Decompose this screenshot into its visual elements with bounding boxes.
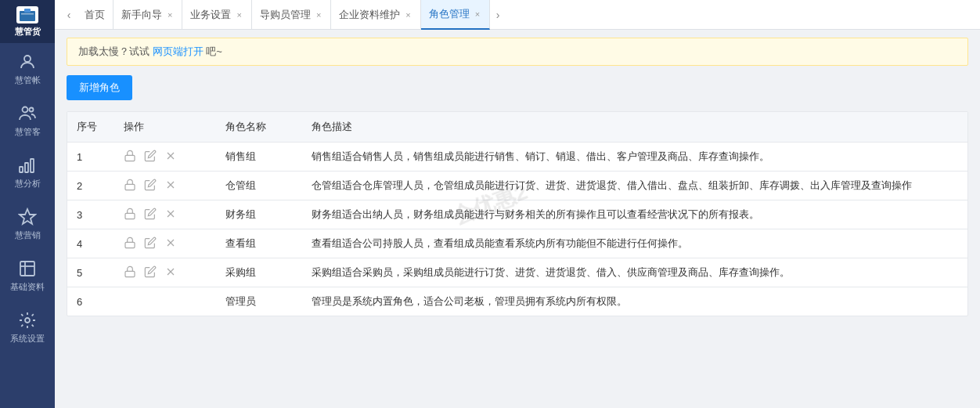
sidebar-item-label: 慧管客 — [15, 126, 41, 138]
sidebar-item-jichu[interactable]: 基础资料 — [0, 250, 55, 301]
svg-rect-10 — [20, 262, 34, 276]
table-header-row: 序号 操作 角色名称 角色描述 — [67, 112, 967, 143]
cell-role-name: 仓管组 — [216, 172, 302, 200]
cell-role-desc: 财务组适合出纳人员，财务组成员能进行与财务相关的所有操作且可以查看经营状况下的所… — [302, 200, 967, 229]
svg-rect-26 — [125, 271, 135, 276]
cell-role-name: 采购组 — [216, 258, 302, 287]
sidebar-item-huiguanzhang[interactable]: 慧管帐 — [0, 43, 55, 95]
cell-action — [114, 200, 216, 229]
lock-icon[interactable] — [124, 265, 136, 280]
sidebar-item-huiguanke[interactable]: 慧管客 — [0, 95, 55, 146]
lock-icon[interactable] — [124, 208, 136, 222]
cell-role-desc: 销售组适合销售人员，销售组成员能进行销售、销订、销退、借出、客户管理及商品、库存… — [302, 143, 967, 172]
cell-action — [114, 229, 216, 258]
col-header-desc: 角色描述 — [302, 112, 967, 143]
cell-seq: 4 — [67, 229, 114, 258]
svg-rect-23 — [125, 242, 135, 247]
col-header-name: 角色名称 — [216, 112, 302, 143]
table-row: 3财务组财务组适合出纳人员，财务组成员能进行与财务相关的所有操作且可以查看经营状… — [67, 200, 967, 229]
edit-icon[interactable] — [144, 179, 157, 193]
tab-close-enterprise[interactable]: × — [404, 9, 412, 20]
cell-role-name: 管理员 — [216, 287, 302, 316]
tab-close-buyer[interactable]: × — [315, 9, 322, 20]
tab-close-business[interactable]: × — [235, 9, 243, 20]
col-header-action: 操作 — [114, 112, 216, 143]
cell-action — [114, 172, 216, 200]
cell-role-name: 查看组 — [216, 229, 302, 258]
cell-action — [114, 258, 216, 287]
sidebar-item-label: 基础资料 — [10, 281, 45, 293]
cell-role-desc: 管理员是系统内置角色，适合公司老板，管理员拥有系统内所有权限。 — [302, 287, 967, 316]
delete-icon[interactable] — [164, 150, 177, 164]
cell-role-desc: 仓管组适合仓库管理人员，仓管组成员能进行订货、进货、进货退货、借入借出、盘点、组… — [302, 172, 967, 200]
delete-icon[interactable] — [164, 265, 177, 280]
svg-rect-2 — [21, 13, 34, 15]
tab-buyer[interactable]: 导购员管理 × — [252, 0, 331, 30]
svg-marker-9 — [20, 209, 35, 224]
sidebar-item-label: 慧营销 — [15, 229, 41, 241]
tab-enterprise[interactable]: 企业资料维护 × — [331, 0, 420, 30]
info-banner: 加载太慢？试试 网页端打开 吧~ — [67, 38, 968, 66]
banner-text-before: 加载太慢？试试 — [78, 45, 150, 57]
delete-icon[interactable] — [164, 236, 177, 251]
edit-icon[interactable] — [144, 150, 157, 164]
sidebar-item-label: 慧管帐 — [15, 74, 41, 86]
lock-icon[interactable] — [124, 236, 136, 251]
cell-seq: 6 — [67, 287, 114, 316]
svg-rect-6 — [20, 167, 23, 172]
lock-icon[interactable] — [124, 179, 136, 193]
svg-point-5 — [30, 107, 34, 111]
banner-text-after: 吧~ — [206, 45, 222, 57]
sidebar-item-label: 系统设置 — [10, 333, 45, 345]
sidebar-logo[interactable]: 慧管货 — [0, 0, 55, 43]
table-row: 1销售组销售组适合销售人员，销售组成员能进行销售、销订、销退、借出、客户管理及商… — [67, 143, 967, 172]
cell-role-desc: 采购组适合采购员，采购组成员能进行订货、进货、进货退货、借入、供应商管理及商品、… — [302, 258, 967, 287]
tab-role[interactable]: 角色管理 × — [421, 0, 490, 30]
edit-icon[interactable] — [144, 265, 157, 280]
svg-rect-17 — [125, 184, 135, 190]
svg-rect-1 — [24, 9, 31, 13]
tab-close-guide[interactable]: × — [166, 9, 174, 20]
svg-rect-20 — [125, 213, 135, 218]
svg-rect-14 — [125, 155, 135, 161]
cell-seq: 1 — [67, 143, 114, 172]
svg-rect-8 — [31, 159, 34, 172]
sidebar-logo-label: 慧管货 — [15, 26, 41, 38]
cell-role-desc: 查看组适合公司持股人员，查看组成员能查看系统内所有功能但不能进行任何操作。 — [302, 229, 967, 258]
lock-icon[interactable] — [124, 150, 136, 164]
table-row: 5采购组采购组适合采购员，采购组成员能进行订货、进货、进货退货、借入、供应商管理… — [67, 258, 967, 287]
tab-close-role[interactable]: × — [474, 9, 481, 20]
svg-point-4 — [23, 107, 28, 112]
table-row: 2仓管组仓管组适合仓库管理人员，仓管组成员能进行订货、进货、进货退货、借入借出、… — [67, 172, 967, 200]
page-content: 加载太慢？试试 网页端打开 吧~ 新增角色 序号 操作 角色名称 角色描述 1销… — [55, 30, 980, 408]
cell-action — [114, 143, 216, 172]
cell-role-name: 财务组 — [216, 200, 302, 229]
tab-home[interactable]: 首页 — [77, 0, 113, 30]
svg-rect-7 — [25, 163, 28, 172]
main-content: ‹ 首页 新手向导 × 业务设置 × 导购员管理 × 企业资料维护 × 角色管理… — [55, 0, 980, 408]
sidebar-item-huiyingxiao[interactable]: 慧营销 — [0, 198, 55, 250]
sidebar-item-huifenxi[interactable]: 慧分析 — [0, 146, 55, 198]
sidebar-item-xitong[interactable]: 系统设置 — [0, 301, 55, 353]
banner-link[interactable]: 网页端打开 — [153, 45, 204, 57]
delete-icon[interactable] — [164, 179, 177, 193]
tab-business[interactable]: 业务设置 × — [182, 0, 251, 30]
edit-icon[interactable] — [144, 236, 157, 251]
role-table: 序号 操作 角色名称 角色描述 1销售组销售组适合销售人员，销售组成员能进行销售… — [67, 111, 968, 316]
cell-seq: 5 — [67, 258, 114, 287]
table-row: 6管理员管理员是系统内置角色，适合公司老板，管理员拥有系统内所有权限。 — [67, 287, 967, 316]
tab-bar: ‹ 首页 新手向导 × 业务设置 × 导购员管理 × 企业资料维护 × 角色管理… — [55, 0, 980, 30]
table-row: 4查看组查看组适合公司持股人员，查看组成员能查看系统内所有功能但不能进行任何操作… — [67, 229, 967, 258]
svg-point-3 — [24, 56, 31, 62]
cell-seq: 3 — [67, 200, 114, 229]
col-header-seq: 序号 — [67, 112, 114, 143]
tab-nav-right[interactable]: › — [490, 5, 506, 24]
add-role-button[interactable]: 新增角色 — [67, 75, 132, 100]
cell-action — [114, 287, 216, 316]
tab-nav-left[interactable]: ‹ — [61, 5, 77, 24]
svg-point-13 — [25, 318, 30, 323]
sidebar-item-label: 慧分析 — [15, 178, 41, 190]
edit-icon[interactable] — [144, 208, 157, 222]
tab-guide[interactable]: 新手向导 × — [113, 0, 182, 30]
delete-icon[interactable] — [164, 208, 177, 222]
